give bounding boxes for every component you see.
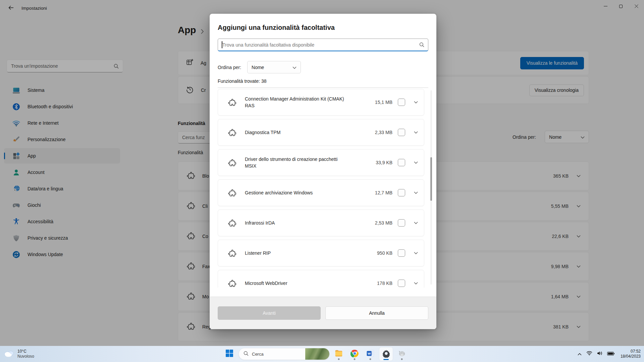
puzzle-icon <box>227 279 236 288</box>
puzzle-icon <box>227 158 236 167</box>
sort-label: Ordina per: <box>218 65 241 70</box>
optional-feature-row: Infrarossi IrDA2,53 MB <box>218 209 424 236</box>
system-tray: 07:52 18/04/2023 <box>578 346 641 362</box>
feature-search-input[interactable] <box>218 42 419 48</box>
feature-size: 12,7 MB <box>375 190 392 195</box>
puzzle-icon <box>227 128 236 137</box>
dialog-title: Aggiungi una funzionalità facoltativa <box>218 24 335 32</box>
chevron-down-icon[interactable] <box>414 222 418 224</box>
gimp-button[interactable] <box>395 347 409 361</box>
feature-name: Gestione archiviazione Windows <box>245 189 313 196</box>
text-cursor <box>222 41 222 48</box>
feature-name: Listener RIP <box>245 250 271 256</box>
windows-logo-icon <box>226 350 233 358</box>
clock-date: 18/04/2023 <box>621 354 641 359</box>
feature-name: Diagnostica TPM <box>245 129 280 136</box>
sort-dropdown[interactable]: Nome <box>247 61 301 73</box>
feature-name: Driver dello strumento di creazione pacc… <box>245 156 345 169</box>
chevron-up-icon[interactable] <box>578 351 582 357</box>
feature-size: 2,33 MB <box>375 130 392 135</box>
sort-value: Nome <box>252 65 264 70</box>
feature-checkbox[interactable] <box>398 189 405 196</box>
file-explorer-button[interactable] <box>332 347 345 361</box>
puzzle-icon <box>227 98 236 107</box>
chevron-down-icon[interactable] <box>414 252 418 254</box>
settings-button[interactable] <box>379 347 393 361</box>
scrollbar-thumb[interactable] <box>430 157 432 201</box>
taskbar: 10°C Nuvoloso Cerca W 07:52 18/04/2023 <box>0 346 644 362</box>
puzzle-icon <box>227 188 236 197</box>
results-count-line: Funzionalità trovate:38 <box>218 78 267 84</box>
puzzle-icon <box>227 219 236 227</box>
weather-condition: Nuvoloso <box>17 354 34 359</box>
dialog-sort: Ordina per: Nome <box>218 61 301 73</box>
chevron-down-icon[interactable] <box>414 191 418 194</box>
chrome-icon <box>351 349 359 359</box>
battery-icon[interactable] <box>607 351 614 357</box>
dialog-search-box <box>218 39 428 51</box>
weather-temp: 10°C <box>17 349 34 354</box>
chevron-down-icon[interactable] <box>414 131 418 134</box>
taskbar-search[interactable]: Cerca <box>238 348 330 360</box>
results-count: 38 <box>261 78 267 84</box>
feature-checkbox[interactable] <box>398 99 405 106</box>
chevron-down-icon[interactable] <box>414 161 418 164</box>
feature-size: 950 KB <box>377 250 392 256</box>
chevron-down-icon <box>292 65 297 70</box>
optional-feature-row: Driver dello strumento di creazione pacc… <box>218 149 424 176</box>
gimp-icon <box>397 349 406 359</box>
search-icon <box>244 351 249 357</box>
taskbar-search-label: Cerca <box>252 352 264 357</box>
svg-text:W: W <box>367 352 371 355</box>
divider <box>218 87 428 88</box>
next-button[interactable]: Avanti <box>218 306 321 320</box>
start-button[interactable] <box>223 347 236 361</box>
optional-feature-row: Diagnostica TPM2,33 MB <box>218 119 424 146</box>
puzzle-icon <box>227 249 236 257</box>
folder-icon <box>334 349 343 359</box>
clock-time: 07:52 <box>621 349 641 354</box>
feature-checkbox[interactable] <box>398 280 405 287</box>
feature-size: 178 KB <box>377 281 392 286</box>
optional-feature-row: Gestione archiviazione Windows12,7 MB <box>218 179 424 206</box>
feature-size: 15,1 MB <box>375 100 392 105</box>
word-button[interactable]: W <box>364 347 377 361</box>
chrome-button[interactable] <box>348 347 361 361</box>
chevron-down-icon[interactable] <box>414 282 418 285</box>
taskbar-center: Cerca W <box>223 347 409 361</box>
feature-checkbox[interactable] <box>398 159 405 166</box>
search-highlight-image[interactable] <box>305 348 329 360</box>
optional-feature-row: Listener RIP950 KB <box>218 240 424 266</box>
feature-checkbox[interactable] <box>398 249 405 257</box>
weather-widget[interactable]: 10°C Nuvoloso <box>3 346 34 362</box>
wifi-icon[interactable] <box>586 351 592 357</box>
feature-checkbox[interactable] <box>398 129 405 136</box>
optional-feature-row: Microsoft WebDriver178 KB <box>218 270 424 288</box>
feature-name: Connection Manager Administration Kit (C… <box>245 96 345 109</box>
feature-name: Microsoft WebDriver <box>245 280 287 287</box>
optional-features-list: Connection Manager Administration Kit (C… <box>218 89 424 288</box>
volume-icon[interactable] <box>597 351 602 357</box>
feature-checkbox[interactable] <box>398 219 405 227</box>
feature-size: 2,53 MB <box>375 220 392 226</box>
search-icon <box>419 42 424 47</box>
word-icon: W <box>366 349 375 359</box>
scrollbar[interactable] <box>430 90 432 285</box>
cloud-icon <box>3 349 15 359</box>
feature-size: 33,9 KB <box>376 160 392 165</box>
dialog-footer: Avanti Annulla <box>210 297 436 329</box>
add-optional-feature-dialog: Aggiungi una funzionalità facoltativa Or… <box>210 14 436 329</box>
cancel-button[interactable]: Annulla <box>325 306 428 320</box>
clock[interactable]: 07:52 18/04/2023 <box>621 349 641 359</box>
gear-icon <box>382 349 390 359</box>
optional-feature-row: Connection Manager Administration Kit (C… <box>218 89 424 116</box>
results-label: Funzionalità trovate: <box>218 78 260 84</box>
feature-name: Infrarossi IrDA <box>245 220 275 226</box>
chevron-down-icon[interactable] <box>414 101 418 104</box>
